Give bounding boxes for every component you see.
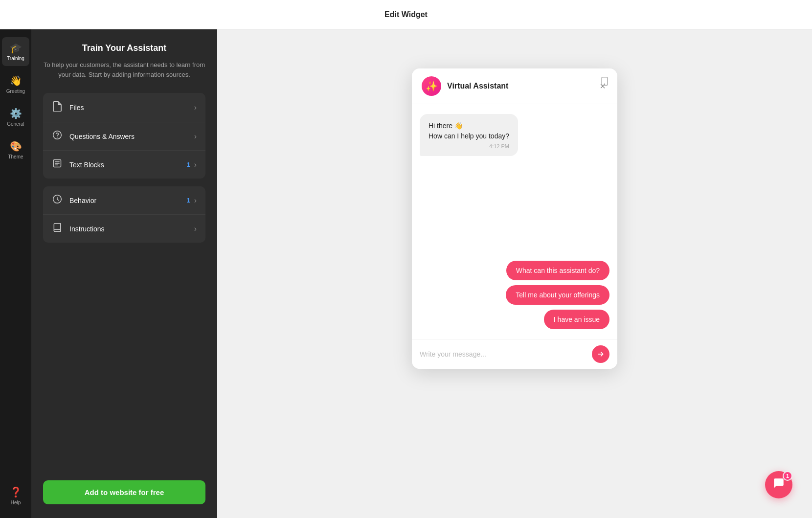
greeting-icon: 👋: [10, 75, 22, 87]
general-icon: ⚙️: [10, 108, 22, 119]
files-icon: [52, 101, 63, 114]
chat-avatar: ✨: [422, 76, 441, 96]
instructions-label: Instructions: [69, 225, 190, 233]
qa-icon: [52, 130, 63, 142]
training-icon: 🎓: [10, 42, 22, 54]
send-button[interactable]: [592, 345, 609, 363]
training-footer: Add to website for free: [31, 471, 217, 518]
chat-input-area: [412, 339, 617, 369]
instructions-chevron: ›: [194, 225, 197, 233]
training-panel: Train Your Assistant To help your custom…: [31, 29, 217, 518]
chat-title: Virtual Assistant: [447, 82, 598, 90]
mobile-preview-icon[interactable]: [600, 76, 609, 89]
sidebar-item-training[interactable]: 🎓 Training: [2, 37, 29, 66]
chat-avatar-icon: ✨: [426, 80, 438, 92]
sidebar-item-general[interactable]: ⚙️ General: [2, 103, 29, 132]
qa-label: Questions & Answers: [69, 133, 190, 140]
floating-chat-icon: [772, 477, 785, 493]
bot-message-time: 4:12 PM: [429, 143, 509, 149]
menu-group-config: Behavior 1 › Instructions ›: [43, 186, 205, 243]
svg-point-0: [53, 131, 62, 139]
main-area: 🎓 Training 👋 Greeting ⚙️ General 🎨 Theme…: [0, 29, 812, 518]
chat-messages: Hi there 👋How can I help you today? 4:12…: [412, 104, 617, 339]
chip-what-can-do[interactable]: What can this assistant do?: [506, 261, 609, 280]
chat-widget: ✨ Virtual Assistant × Hi there 👋How can …: [412, 68, 617, 369]
chip-offerings[interactable]: Tell me about your offerings: [506, 285, 609, 305]
training-description: To help your customers, the assistant ne…: [43, 60, 205, 79]
content-area: ✨ Virtual Assistant × Hi there 👋How can …: [217, 29, 812, 518]
chip-issue[interactable]: I have an issue: [544, 310, 609, 329]
files-chevron: ›: [194, 103, 197, 112]
bot-message-text: Hi there 👋How can I help you today?: [429, 121, 509, 141]
menu-item-files[interactable]: Files ›: [43, 93, 205, 122]
sidebar-item-training-label: Training: [7, 56, 24, 61]
behavior-chevron: ›: [194, 196, 197, 205]
files-label: Files: [69, 104, 190, 112]
floating-chat-badge: 1: [783, 471, 792, 481]
menu-item-instructions[interactable]: Instructions ›: [43, 215, 205, 243]
theme-icon: 🎨: [10, 140, 22, 152]
textblocks-label: Text Blocks: [69, 161, 186, 169]
suggestion-chips: What can this assistant do? Tell me abou…: [420, 261, 609, 329]
menu-item-behavior[interactable]: Behavior 1 ›: [43, 186, 205, 215]
help-icon: ❓: [10, 486, 22, 498]
behavior-icon: [52, 194, 63, 206]
instructions-icon: [52, 223, 63, 235]
page-title: Edit Widget: [384, 10, 428, 19]
add-to-website-button[interactable]: Add to website for free: [43, 480, 205, 504]
menu-group-data: Files › Questions & Answers ›: [43, 93, 205, 179]
icon-sidebar: 🎓 Training 👋 Greeting ⚙️ General 🎨 Theme…: [0, 29, 31, 518]
sidebar-item-theme[interactable]: 🎨 Theme: [2, 135, 29, 164]
sidebar-item-general-label: General: [7, 121, 24, 127]
menu-item-qa[interactable]: Questions & Answers ›: [43, 122, 205, 151]
chat-header: ✨ Virtual Assistant ×: [412, 68, 617, 104]
chat-message-input[interactable]: [420, 350, 587, 358]
menu-item-textblocks[interactable]: Text Blocks 1 ›: [43, 151, 205, 179]
textblocks-chevron: ›: [194, 160, 197, 169]
svg-point-1: [57, 136, 58, 137]
sidebar-item-theme-label: Theme: [8, 154, 23, 159]
sidebar-item-help-label: Help: [11, 500, 21, 505]
sidebar-item-help[interactable]: ❓ Help: [2, 481, 29, 510]
behavior-badge: 1: [186, 197, 190, 204]
bot-message: Hi there 👋How can I help you today? 4:12…: [420, 114, 518, 156]
qa-chevron: ›: [194, 132, 197, 141]
svg-point-5: [604, 83, 605, 84]
sidebar-item-greeting-label: Greeting: [6, 89, 25, 94]
textblocks-icon: [52, 158, 63, 171]
training-title: Train Your Assistant: [43, 43, 205, 53]
floating-chat-button[interactable]: 1: [765, 471, 792, 498]
behavior-label: Behavior: [69, 197, 186, 204]
top-bar: Edit Widget: [0, 0, 812, 29]
textblocks-badge: 1: [186, 161, 190, 168]
sidebar-item-greeting[interactable]: 👋 Greeting: [2, 70, 29, 99]
